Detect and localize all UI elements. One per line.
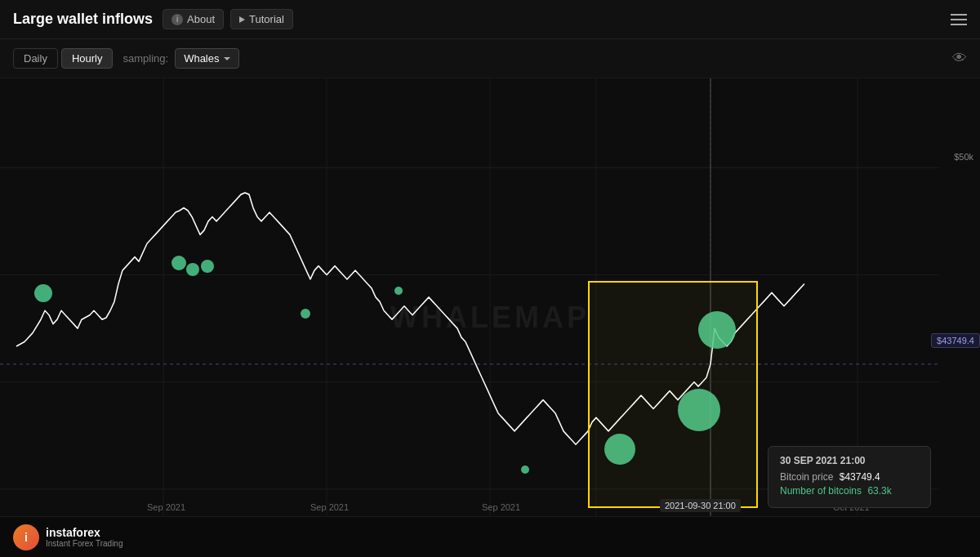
tab-daily[interactable]: Daily xyxy=(13,48,58,69)
y-label-50k: $50k xyxy=(954,152,973,162)
whale-dot-2 xyxy=(172,256,186,270)
whale-dot-1 xyxy=(34,284,52,302)
tab-hourly[interactable]: Hourly xyxy=(61,48,114,69)
brand-tagline: Instant Forex Trading xyxy=(46,539,123,548)
header: Large wallet inflows i About Tutorial xyxy=(0,0,980,39)
toolbar: Daily Hourly sampling: Whales 👁 xyxy=(0,39,980,78)
whales-dropdown[interactable]: Whales xyxy=(175,48,239,69)
whale-dot-6 xyxy=(394,287,403,295)
price-tag: $43749.4 xyxy=(931,333,980,348)
chart-area: WHALEMAP $50k $40k $43749.4 Sep 2021 Sep… xyxy=(0,78,980,557)
x-label-1: Sep 2021 xyxy=(147,502,185,512)
tooltip: 30 SEP 2021 21:00 Bitcoin price $43749.4… xyxy=(768,446,931,508)
active-date-label: 2021-09-30 21:00 xyxy=(660,499,741,512)
info-icon: i xyxy=(172,14,183,25)
whale-dot-7 xyxy=(521,466,529,474)
x-label-3: Sep 2021 xyxy=(482,502,520,512)
whale-dot-10 xyxy=(698,311,736,349)
chevron-down-icon xyxy=(224,57,230,60)
page-title: Large wallet inflows xyxy=(13,11,153,28)
logo: i instaforex Instant Forex Trading xyxy=(13,524,123,550)
whale-dot-3 xyxy=(186,263,199,276)
tooltip-btc-row: Number of bitcoins 63.3k xyxy=(780,485,919,497)
about-button[interactable]: i About xyxy=(163,9,224,29)
tooltip-date: 30 SEP 2021 21:00 xyxy=(780,455,919,466)
brand-name: instaforex xyxy=(46,526,123,539)
whale-dot-9 xyxy=(678,389,720,431)
x-label-2: Sep 2021 xyxy=(310,502,349,512)
tutorial-button[interactable]: Tutorial xyxy=(230,9,293,29)
visibility-toggle[interactable]: 👁 xyxy=(952,50,967,67)
whale-dot-5 xyxy=(301,309,310,319)
whale-dot-8 xyxy=(604,434,635,465)
footer-bar: i instaforex Instant Forex Trading xyxy=(0,516,980,557)
sampling-label: sampling: xyxy=(122,52,168,65)
play-icon xyxy=(239,16,245,23)
menu-button[interactable] xyxy=(951,14,967,25)
tooltip-price-row: Bitcoin price $43749.4 xyxy=(780,471,919,483)
whale-dot-4 xyxy=(201,260,214,273)
logo-icon: i xyxy=(13,524,39,550)
